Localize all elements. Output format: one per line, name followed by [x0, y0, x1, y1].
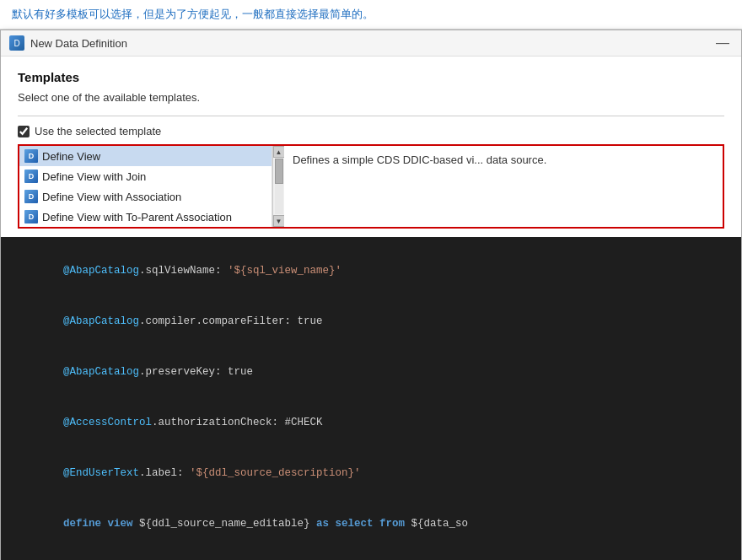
code-token: '${ddl_source_description}'	[190, 467, 361, 479]
template-item-icon: D	[24, 210, 38, 223]
use-template-row: Use the selected template	[18, 125, 724, 137]
scrollbar[interactable]: ▲ ▼	[272, 146, 284, 227]
template-description-panel: Defines a simple CDS DDIC-based vi... da…	[284, 146, 723, 227]
list-item[interactable]: D Define View with Join	[19, 166, 272, 186]
code-token: define view	[63, 518, 139, 530]
code-token: .label:	[139, 467, 190, 479]
use-template-label: Use the selected template	[35, 125, 161, 137]
code-token: @AbapCatalog	[63, 315, 139, 327]
template-list: D Define View D Define View with Join D …	[19, 146, 272, 227]
code-line: @AbapCatalog.compiler.compareFilter: tru…	[13, 296, 729, 347]
scrollbar-down-arrow[interactable]: ▼	[273, 215, 285, 227]
code-line: ${data_source_elements}${cursor}	[13, 549, 729, 560]
template-item-label: Define View	[42, 150, 100, 163]
code-token: .preserveKey: true	[139, 366, 253, 378]
code-token: @AbapCatalog	[63, 265, 139, 277]
template-item-icon: D	[24, 149, 38, 163]
code-panel: @AbapCatalog.sqlViewName: '${sql_view_na…	[1, 237, 741, 560]
template-item-label: Define View with Join	[42, 170, 146, 183]
template-item-label: Define View with To-Parent Association	[42, 211, 232, 223]
code-token: ${ddl_source_name_editable}	[139, 518, 316, 530]
code-token: .authorizationCheck: #CHECK	[152, 417, 323, 428]
list-item[interactable]: D Define View	[19, 146, 272, 166]
code-token: @AbapCatalog	[63, 366, 139, 378]
divider	[18, 116, 724, 116]
code-token: .compiler.compareFilter: true	[139, 315, 323, 327]
code-token: .sqlViewName:	[139, 265, 228, 277]
dialog-titlebar-left: D New Data Definition	[9, 35, 127, 51]
code-token: @AccessControl	[63, 417, 152, 428]
dialog-body: Templates Select one of the available te…	[1, 57, 741, 237]
code-token: '${sql_view_name}'	[228, 265, 341, 277]
list-item[interactable]: D Define View with To-Parent Association	[19, 207, 272, 227]
code-line: @AccessControl.authorizationCheck: #CHEC…	[13, 397, 729, 448]
dialog-title: New Data Definition	[30, 37, 127, 50]
scrollbar-thumb[interactable]	[275, 159, 283, 184]
code-token: @EndUserText	[63, 467, 139, 479]
template-item-icon: D	[24, 170, 38, 183]
code-line: @EndUserText.label: '${ddl_source_descri…	[13, 448, 729, 498]
scrollbar-up-arrow[interactable]: ▲	[273, 146, 285, 158]
use-template-checkbox[interactable]	[18, 126, 30, 137]
dialog-icon: D	[9, 35, 24, 51]
template-list-wrapper: D Define View D Define View with Join D …	[19, 146, 272, 227]
code-token: ${data_so	[411, 518, 469, 530]
top-banner: 默认有好多模板可以选择，但是为了方便起见，一般都直接选择最简单的。	[0, 0, 742, 30]
templates-heading: Templates	[18, 70, 724, 84]
list-item[interactable]: D Define View with Association	[19, 186, 272, 207]
dialog: D New Data Definition — Templates Select…	[0, 30, 742, 560]
code-line: @AbapCatalog.preserveKey: true	[13, 347, 729, 397]
code-token: as select from	[316, 518, 411, 530]
templates-description: Select one of the available templates.	[18, 91, 724, 104]
code-line: @AbapCatalog.sqlViewName: '${sql_view_na…	[13, 245, 729, 296]
code-line: define view ${ddl_source_name_editable} …	[13, 498, 729, 549]
scrollbar-track[interactable]	[275, 159, 283, 214]
template-item-icon: D	[24, 190, 38, 203]
minimize-button[interactable]: —	[712, 35, 733, 51]
template-section: D Define View D Define View with Join D …	[18, 144, 724, 229]
top-banner-text: 默认有好多模板可以选择，但是为了方便起见，一般都直接选择最简单的。	[12, 8, 374, 20]
template-item-label: Define View with Association	[42, 191, 181, 203]
dialog-titlebar: D New Data Definition —	[1, 30, 741, 57]
